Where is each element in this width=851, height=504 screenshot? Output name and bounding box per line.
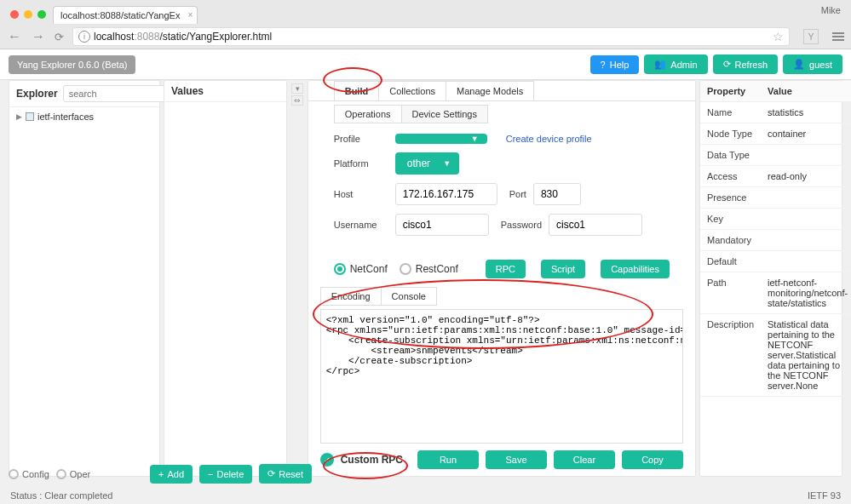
app-brand: Yang Explorer 0.6.0 (Beta) <box>9 55 135 74</box>
collapse-icon[interactable]: ▾ <box>291 83 303 94</box>
properties-panel: Property Value NamestatisticsNode Typeco… <box>699 80 842 477</box>
chevron-down-icon: ▼ <box>443 159 451 168</box>
close-dot[interactable] <box>10 10 19 19</box>
ietf-label: IETF 93 <box>808 490 841 501</box>
guest-button[interactable]: 👤guest <box>783 54 842 74</box>
max-dot[interactable] <box>37 10 46 19</box>
device-settings-form: Profile ▼ Create device profile Platform… <box>308 123 695 255</box>
tab-build[interactable]: Build <box>334 81 380 100</box>
help-icon: ? <box>601 60 606 70</box>
tab-title: localhost:8088/static/YangEx <box>60 10 180 20</box>
prop-value: container <box>761 123 851 145</box>
refresh-icon: ⟳ <box>723 59 731 70</box>
browser-chrome: localhost:8088/static/YangEx × Mike ← → … <box>0 0 851 49</box>
panel-resize-handle[interactable]: ▾ ⇔ <box>290 80 303 477</box>
extension-icon[interactable]: Y <box>803 29 819 44</box>
prop-value: Statistical data pertaining to the NETCO… <box>761 314 851 397</box>
prop-header-key: Property <box>700 81 761 102</box>
profile-select[interactable]: ▼ <box>395 134 487 144</box>
platform-select[interactable]: other▼ <box>395 152 459 175</box>
back-icon[interactable]: ← <box>7 29 22 44</box>
forward-icon[interactable]: → <box>31 29 46 44</box>
url-port: :8088 <box>134 31 159 43</box>
prop-value: ietf-netconf-monitoring/netconf-state/st… <box>761 272 851 314</box>
prop-value: statistics <box>761 102 851 123</box>
delete-button[interactable]: −Delete <box>199 465 252 484</box>
refresh-button[interactable]: ⟳Refresh <box>713 54 779 74</box>
radio-netconf[interactable]: NetConf <box>334 263 388 275</box>
subtab-device-settings[interactable]: Device Settings <box>401 105 488 123</box>
port-input[interactable] <box>533 183 581 205</box>
table-row: Node Typecontainer <box>700 123 851 145</box>
min-dot[interactable] <box>24 10 32 19</box>
create-device-profile-link[interactable]: Create device profile <box>506 134 592 144</box>
rpc-button[interactable]: RPC <box>486 260 526 278</box>
table-row: Pathietf-netconf-monitoring/netconf-stat… <box>700 272 851 314</box>
rpc-xml-textarea[interactable]: <?xml version="1.0" encoding="utf-8"?> <… <box>320 309 683 444</box>
password-label: Password <box>501 220 542 230</box>
save-button[interactable]: Save <box>486 450 547 469</box>
profile-label: Profile <box>334 134 388 144</box>
username-input[interactable] <box>395 214 489 236</box>
radio-config[interactable]: Config <box>9 469 49 479</box>
tree-caret-icon[interactable]: ▶ <box>16 112 22 121</box>
prop-key: Access <box>700 166 761 187</box>
table-row: Data Type <box>700 145 851 166</box>
table-row: Accessread-only <box>700 166 851 187</box>
explorer-panel: Explorer ▶ ietf-interfaces <box>9 80 160 477</box>
properties-table: Property Value NamestatisticsNode Typeco… <box>700 81 851 397</box>
tab-manage-models[interactable]: Manage Models <box>446 81 534 100</box>
table-row: DescriptionStatistical data pertaining t… <box>700 314 851 397</box>
minus-icon: − <box>208 469 213 479</box>
encoding-tabs: Encoding Console <box>308 284 695 306</box>
radio-oper[interactable]: Oper <box>56 469 90 479</box>
custom-rpc-checkbox[interactable]: ✓ <box>320 453 334 467</box>
add-button[interactable]: +Add <box>150 465 193 484</box>
url-path: /static/YangExplorer.html <box>159 31 272 43</box>
address-bar[interactable]: i localhost:8088/static/YangExplorer.htm… <box>72 27 790 46</box>
site-info-icon[interactable]: i <box>78 31 90 43</box>
password-input[interactable] <box>549 214 642 236</box>
tree-item[interactable]: ▶ ietf-interfaces <box>9 107 159 126</box>
protocol-row: NetConf RestConf RPC Script Capabilities <box>308 255 695 284</box>
admin-button[interactable]: 👥Admin <box>644 54 707 74</box>
tab-encoding[interactable]: Encoding <box>320 287 382 306</box>
sub-tabs: Operations Device Settings <box>308 101 695 123</box>
prop-value <box>761 145 851 166</box>
prop-key: Node Type <box>700 123 761 145</box>
tab-close-icon[interactable]: × <box>188 10 193 20</box>
subtab-operations[interactable]: Operations <box>334 105 402 123</box>
script-button[interactable]: Script <box>541 260 585 278</box>
username-label: Username <box>334 220 388 230</box>
reset-button[interactable]: ⟳Reset <box>259 464 312 484</box>
tab-console[interactable]: Console <box>381 287 437 306</box>
radio-restconf[interactable]: RestConf <box>400 263 458 275</box>
custom-rpc-label: Custom RPC <box>341 454 403 466</box>
app-toolbar: Yang Explorer 0.6.0 (Beta) ?Help 👥Admin … <box>0 49 851 80</box>
window-controls <box>7 10 53 24</box>
host-input[interactable] <box>395 183 497 205</box>
splitter-icon[interactable]: ⇔ <box>291 95 303 106</box>
bookmark-icon[interactable]: ☆ <box>773 30 784 43</box>
copy-button[interactable]: Copy <box>622 450 683 469</box>
help-button[interactable]: ?Help <box>590 55 640 74</box>
reset-icon: ⟳ <box>267 468 275 479</box>
values-panel: Values <box>164 80 287 477</box>
tab-collections[interactable]: Collections <box>378 81 446 100</box>
table-row: Namestatistics <box>700 102 851 123</box>
browser-tab[interactable]: localhost:8088/static/YangEx × <box>53 6 198 24</box>
profile-name: Mike <box>821 5 841 15</box>
reload-icon[interactable]: ⟳ <box>55 31 64 43</box>
run-button[interactable]: Run <box>417 450 479 469</box>
prop-value: read-only <box>761 166 851 187</box>
clear-button[interactable]: Clear <box>554 450 615 469</box>
user-icon: 👤 <box>793 59 805 70</box>
capabilities-button[interactable]: Capabilities <box>601 260 670 278</box>
prop-value <box>761 187 851 209</box>
prop-key: Path <box>700 272 761 314</box>
chevron-down-icon: ▼ <box>471 135 479 143</box>
status-bar: Status : Clear completed <box>10 490 112 501</box>
prop-key: Description <box>700 314 761 397</box>
main-tabs: Build Collections Manage Models <box>308 81 695 101</box>
hamburger-icon[interactable] <box>832 32 844 41</box>
